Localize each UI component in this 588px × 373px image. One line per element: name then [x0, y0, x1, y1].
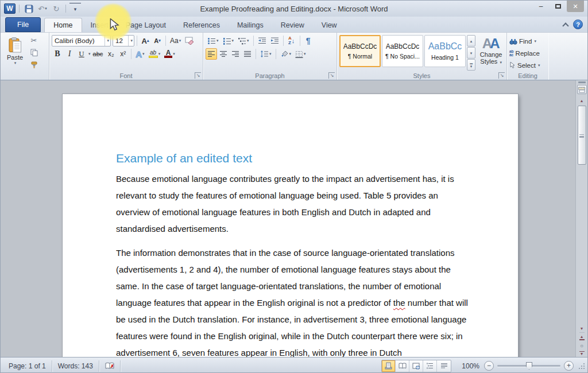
status-bar: Page: 1 of 1 Words: 143 ✗ 100% −: [1, 357, 587, 373]
sort-button[interactable]: AZ ↓: [286, 35, 297, 46]
text-effects-button[interactable]: A▾: [134, 48, 146, 60]
window-title: Example Proofreading and Editing.docx - …: [1, 5, 587, 13]
tab-page-layout[interactable]: Page Layout: [117, 18, 175, 32]
increase-indent-button[interactable]: [269, 35, 281, 46]
text-highlight-button[interactable]: ab ▾: [147, 48, 163, 60]
undo-icon[interactable]: ↶▾: [37, 3, 48, 14]
select-button[interactable]: Select▾: [509, 60, 546, 71]
tab-file[interactable]: File: [5, 17, 41, 32]
superscript-button[interactable]: x²: [117, 48, 129, 60]
customize-qat-icon[interactable]: ▾: [69, 3, 81, 14]
find-button[interactable]: Find▾: [509, 36, 546, 46]
bullets-icon: [207, 37, 216, 45]
styles-gallery-more[interactable]: ▬▾: [467, 59, 475, 71]
ruler-toggle-button[interactable]: [577, 85, 587, 94]
decrease-indent-button[interactable]: [256, 35, 268, 46]
draft-view-button[interactable]: [437, 360, 451, 372]
font-dialog-launcher[interactable]: ↘: [195, 72, 201, 79]
multilevel-list-button[interactable]: ▾: [236, 35, 251, 46]
tab-mailings[interactable]: Mailings: [229, 18, 272, 32]
tab-view[interactable]: View: [313, 18, 346, 32]
paste-dropdown-icon: ▾: [14, 61, 17, 65]
select-browse-object-button[interactable]: ○: [580, 343, 583, 349]
italic-button[interactable]: I: [64, 48, 75, 60]
numbering-button[interactable]: ▾: [221, 35, 236, 46]
help-icon[interactable]: ?: [573, 20, 583, 29]
maximize-icon: [555, 4, 561, 9]
font-family-combobox[interactable]: Calibri (Body)▾: [52, 35, 111, 46]
shrink-font-button[interactable]: A▾: [152, 35, 163, 46]
outline-view-button[interactable]: [423, 360, 437, 372]
previous-page-button[interactable]: ▴: [579, 335, 585, 341]
fullscreen-reading-view-button[interactable]: [396, 360, 409, 372]
justify-icon: [243, 50, 252, 57]
line-spacing-button[interactable]: ▾: [258, 48, 273, 60]
zoom-level[interactable]: 100%: [462, 362, 479, 370]
scroll-up-arrow[interactable]: ▴: [581, 96, 583, 104]
bold-button[interactable]: B: [52, 48, 63, 60]
next-page-button[interactable]: ▾: [579, 351, 585, 356]
scrollbar-thumb[interactable]: [578, 106, 586, 165]
word-logo-icon[interactable]: W: [4, 3, 16, 14]
separator: [65, 5, 66, 13]
tab-home[interactable]: Home: [44, 18, 82, 32]
style-no-spacing[interactable]: AaBbCcDc ¶ No Spaci...: [382, 35, 423, 67]
proofing-status-button[interactable]: ✗: [99, 360, 121, 372]
web-layout-view-button[interactable]: [409, 360, 423, 372]
print-layout-view-button[interactable]: [382, 360, 396, 372]
font-size-combobox[interactable]: 12▾: [113, 35, 134, 46]
thumb-grip: [579, 134, 584, 137]
justify-button[interactable]: [242, 48, 253, 60]
underline-button[interactable]: U: [76, 48, 87, 60]
tab-review[interactable]: Review: [272, 18, 313, 32]
zoom-out-button[interactable]: −: [484, 361, 494, 371]
align-center-button[interactable]: [218, 48, 229, 60]
zoom-slider-track[interactable]: [497, 365, 560, 367]
bullets-button[interactable]: ▾: [206, 35, 220, 46]
page-indicator[interactable]: Page: 1 of 1: [3, 360, 52, 372]
zoom-slider-handle[interactable]: [526, 362, 532, 370]
maximize-button[interactable]: [550, 1, 567, 12]
save-icon[interactable]: [23, 3, 34, 14]
style-heading1[interactable]: AaBbCc Heading 1: [424, 35, 466, 67]
minimize-button[interactable]: –: [532, 1, 550, 12]
change-case-button[interactable]: Aa▾: [168, 35, 183, 46]
redo-icon[interactable]: ↻: [51, 3, 62, 14]
change-styles-button[interactable]: AA Change Styles ▾: [478, 35, 504, 71]
subscript-button[interactable]: x₂: [105, 48, 117, 60]
document-canvas: Example of an edited text Because emotio…: [1, 80, 587, 357]
clear-formatting-button[interactable]: [183, 35, 196, 46]
borders-button[interactable]: ▾: [293, 48, 308, 60]
cut-button[interactable]: ✂: [28, 35, 40, 46]
tab-insert[interactable]: Insert: [82, 18, 117, 32]
paste-button[interactable]: Paste ▾: [3, 35, 27, 71]
show-hide-pilcrow-button[interactable]: ¶: [303, 35, 314, 46]
shading-button[interactable]: ▾: [278, 48, 293, 60]
strikethrough-button[interactable]: abc: [91, 48, 105, 60]
close-button[interactable]: ✕: [567, 1, 584, 12]
replace-button[interactable]: abac Replace: [509, 48, 546, 59]
document-page[interactable]: Example of an edited text Because emotio…: [63, 94, 518, 357]
view-shortcuts: [381, 360, 451, 372]
align-left-button[interactable]: [206, 48, 217, 60]
style-normal[interactable]: AaBbCcDc ¶ Normal: [339, 35, 381, 67]
minimize-ribbon-icon[interactable]: [563, 22, 568, 28]
underline-dropdown-icon[interactable]: ▾: [88, 52, 91, 56]
zoom-in-button[interactable]: +: [564, 361, 574, 371]
resize-grip[interactable]: [578, 363, 585, 370]
paragraph-dialog-launcher[interactable]: ↘: [328, 72, 335, 79]
chevron-down-icon: ▾: [105, 36, 109, 46]
styles-scroll-up[interactable]: ▴: [467, 35, 475, 46]
styles-scroll-down[interactable]: ▾: [467, 47, 475, 59]
styles-dialog-launcher[interactable]: ↘: [498, 72, 505, 79]
font-color-button[interactable]: A ▾: [163, 48, 177, 60]
word-count[interactable]: Words: 143: [52, 360, 99, 372]
format-painter-button[interactable]: [28, 60, 40, 71]
scroll-down-arrow[interactable]: ▾: [581, 324, 583, 332]
grow-font-button[interactable]: A▴: [140, 35, 151, 46]
copy-button[interactable]: [28, 47, 40, 58]
sort-arrow-icon: ↓: [292, 37, 295, 44]
tab-references[interactable]: References: [175, 18, 229, 32]
align-right-button[interactable]: [230, 48, 241, 60]
split-handle[interactable]: [578, 81, 586, 83]
